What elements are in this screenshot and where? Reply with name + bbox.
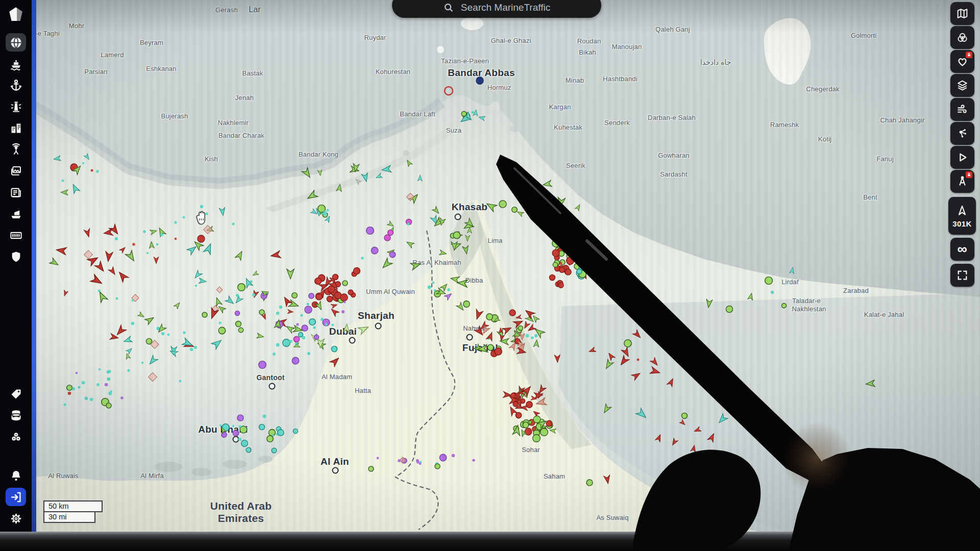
sidebar-item-pricing[interactable] (6, 385, 26, 403)
scale-mi: 30 mi (43, 512, 95, 523)
sidebar-item-port-calls[interactable] (6, 205, 26, 223)
venn-icon (956, 31, 969, 44)
dice-icon (9, 430, 23, 444)
gear-icon (9, 512, 23, 525)
layers-icon (956, 79, 969, 92)
left-sidebar (0, 0, 32, 532)
sidebar-item-login[interactable] (6, 488, 26, 506)
infinity-icon: ∞ (957, 242, 967, 256)
search-placeholder: Search MarineTraffic (461, 2, 550, 13)
wind-icon (956, 103, 969, 116)
tool-routes-button[interactable] (950, 122, 974, 145)
sidebar-item-explore-map[interactable] (6, 33, 26, 52)
vessel-count-label: 301K (952, 219, 971, 228)
sidebar-item-ais-stations[interactable] (6, 140, 26, 159)
lock-badge-icon (966, 171, 972, 178)
sidebar-item-lights[interactable] (6, 97, 26, 116)
marinetraffic-screen: GerashLarMohr-e TaghiBeyramLamerdParsian… (0, 0, 980, 551)
sidebar-item-apps[interactable] (6, 428, 26, 446)
right-toolbar: 301K∞ (947, 2, 977, 287)
tag-icon (9, 387, 23, 401)
ferry-icon (9, 57, 23, 71)
sidebar-item-companies[interactable] (6, 119, 26, 137)
sidebar-item-ports[interactable] (6, 76, 26, 94)
basemap (32, 0, 980, 532)
tool-infinite-results-button[interactable]: ∞ (950, 238, 974, 261)
search-input[interactable]: Search MarineTraffic (392, 0, 601, 18)
network-icon (956, 127, 969, 140)
tool-playback-button[interactable] (950, 146, 974, 169)
scale-control: 50 km 30 mi (43, 500, 103, 523)
bell-icon (9, 469, 23, 483)
sidebar-item-marinetraffic-logo[interactable] (6, 5, 26, 24)
tool-measure-button[interactable] (950, 170, 974, 193)
photos-icon (9, 164, 23, 178)
ship-loading-icon (9, 207, 23, 221)
sidebar-item-protect[interactable] (6, 247, 26, 266)
barcode-icon (9, 229, 23, 242)
fullscreen-icon (956, 269, 969, 282)
antenna-icon (9, 143, 23, 157)
screen-edge-glow (32, 0, 36, 532)
logo-icon (7, 6, 24, 23)
tool-favorites-button[interactable] (950, 50, 974, 73)
map-canvas[interactable]: GerashLarMohr-e TaghiBeyramLamerdParsian… (32, 0, 980, 532)
tool-layers-button[interactable] (950, 74, 974, 97)
sidebar-item-containers[interactable] (6, 226, 26, 244)
vessel-arrow-icon (955, 204, 969, 217)
monitor-bezel (0, 532, 980, 551)
tool-weather-button[interactable] (950, 98, 974, 121)
vessel-counter[interactable]: 301K (948, 197, 976, 235)
buildings-icon (9, 121, 23, 135)
search-icon (443, 2, 454, 13)
globe-icon (9, 36, 23, 49)
tool-fullscreen-button[interactable] (950, 264, 974, 287)
database-icon (9, 409, 23, 422)
sidebar-item-news[interactable] (6, 183, 26, 202)
sidebar-item-photos[interactable] (6, 162, 26, 180)
tool-map-overlaps-button[interactable] (950, 26, 974, 49)
play-icon (956, 151, 969, 164)
anchor-icon (9, 79, 23, 92)
tool-map-style-button[interactable] (950, 2, 974, 25)
lock-badge-icon (966, 52, 972, 58)
sidebar-item-data[interactable] (6, 406, 26, 424)
shield-icon (9, 250, 23, 264)
login-icon (9, 490, 23, 504)
sidebar-item-notifications[interactable] (6, 466, 26, 485)
map-icon (956, 7, 969, 20)
sidebar-item-settings[interactable] (6, 509, 26, 528)
lighthouse-icon (9, 100, 23, 114)
news-icon (9, 186, 23, 199)
scale-km: 50 km (43, 500, 103, 512)
sidebar-item-vessels[interactable] (6, 55, 26, 73)
